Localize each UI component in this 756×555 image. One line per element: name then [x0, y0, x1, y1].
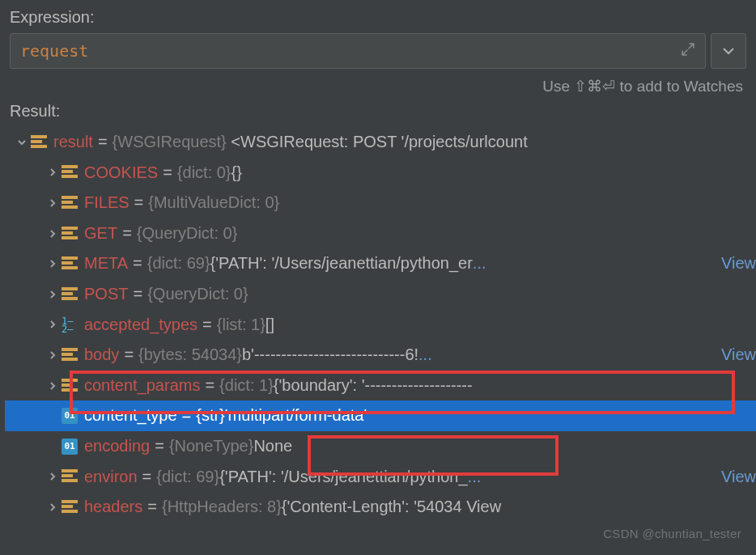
- tree-row[interactable]: headers = {HttpHeaders: 8} {'Content-Len…: [5, 492, 756, 523]
- tree-row[interactable]: body = {bytes: 54034} b'----------------…: [5, 340, 756, 371]
- object-icon: [62, 378, 78, 394]
- tree-row[interactable]: META = {dict: 69} {'PATH': '/Users/jeane…: [5, 248, 756, 279]
- object-icon: [62, 226, 78, 242]
- view-link[interactable]: View: [716, 253, 756, 274]
- var-name: encoding: [84, 436, 150, 457]
- var-type: {QueryDict: 0}: [147, 284, 248, 305]
- var-value: {'Content-Length': '54034 View: [282, 497, 501, 518]
- string-icon: 01: [62, 438, 78, 455]
- chevron-right-icon[interactable]: [44, 290, 62, 299]
- var-value: {'boundary': '--------------------: [274, 375, 473, 396]
- var-value: 'multipart/form-data': [225, 405, 367, 426]
- var-type: {MultiValueDict: 0}: [148, 193, 279, 214]
- object-icon: [62, 499, 78, 515]
- tree-row[interactable]: environ = {dict: 69} {'PATH': '/Users/je…: [5, 462, 756, 493]
- tree-row[interactable]: GET = {QueryDict: 0}: [5, 218, 756, 249]
- var-value: b'----------------------------6!: [242, 345, 418, 366]
- ellipsis: ...: [468, 467, 482, 488]
- var-value: {}: [231, 163, 242, 184]
- chevron-right-icon[interactable]: [44, 472, 62, 481]
- var-type: {dict: 69}: [156, 467, 219, 488]
- list-icon: 1—2—: [62, 316, 78, 333]
- expression-input[interactable]: request: [10, 33, 706, 69]
- view-link[interactable]: View: [716, 467, 756, 488]
- var-type: {dict: 0}: [177, 163, 231, 184]
- var-name: POST: [84, 284, 128, 305]
- tree-row[interactable]: COOKIES = {dict: 0} {}: [5, 158, 756, 189]
- var-name: result: [53, 132, 93, 153]
- tree-row[interactable]: FILES = {MultiValueDict: 0}: [5, 188, 756, 218]
- var-value: <WSGIRequest: POST '/projects/urlcount: [227, 132, 528, 153]
- var-name: headers: [84, 497, 142, 518]
- var-name: COOKIES: [84, 163, 158, 184]
- view-link[interactable]: View: [716, 345, 756, 366]
- chevron-right-icon[interactable]: [44, 229, 62, 239]
- tree-row[interactable]: POST = {QueryDict: 0}: [5, 279, 756, 310]
- var-type: {NoneType}: [169, 436, 254, 457]
- object-icon: [62, 164, 78, 180]
- result-label: Result:: [5, 102, 756, 121]
- ellipsis: ...: [418, 345, 432, 366]
- tree-row[interactable]: 01content_type = {str} 'multipart/form-d…: [5, 400, 756, 431]
- history-dropdown-button[interactable]: [711, 33, 746, 69]
- expression-label: Expression:: [10, 8, 746, 27]
- object-icon: [31, 134, 47, 150]
- var-value: None: [253, 436, 292, 457]
- object-icon: [62, 195, 78, 211]
- watermark: CSDN @chuntian_tester: [603, 527, 741, 540]
- object-icon: [62, 286, 78, 303]
- expression-value: request: [20, 41, 88, 61]
- tree-row[interactable]: 01encoding = {NoneType} None: [5, 431, 756, 462]
- var-name: content_params: [84, 375, 200, 396]
- var-type: {str}: [196, 405, 225, 426]
- object-icon: [62, 256, 78, 272]
- var-type: {HttpHeaders: 8}: [162, 497, 282, 518]
- chevron-right-icon[interactable]: [44, 320, 62, 329]
- string-icon: 01: [62, 408, 78, 424]
- chevron-right-icon[interactable]: [44, 502, 62, 512]
- var-type: {bytes: 54034}: [138, 345, 242, 366]
- expand-icon[interactable]: [681, 42, 695, 60]
- var-value: {'PATH': '/Users/jeanettian/python_er: [210, 253, 473, 274]
- var-type: {QueryDict: 0}: [137, 223, 238, 244]
- var-name: META: [84, 253, 128, 274]
- chevron-right-icon[interactable]: [44, 381, 62, 391]
- chevron-right-icon[interactable]: [44, 198, 62, 208]
- var-name: environ: [84, 467, 138, 488]
- chevron-down-icon[interactable]: [13, 138, 31, 147]
- tree-row-root[interactable]: result = {WSGIRequest} <WSGIRequest: POS…: [5, 127, 756, 158]
- var-type: {dict: 69}: [147, 253, 210, 274]
- object-icon: [62, 468, 78, 485]
- chevron-right-icon[interactable]: [44, 350, 62, 360]
- chevron-right-icon[interactable]: [44, 167, 62, 177]
- tree-row[interactable]: 1—2—accepted_types = {list: 1} []: [5, 310, 756, 341]
- ellipsis: ...: [473, 253, 486, 274]
- var-name: GET: [84, 223, 117, 244]
- var-name: accepted_types: [84, 315, 197, 336]
- object-icon: [62, 347, 78, 363]
- chevron-right-icon[interactable]: [44, 259, 62, 269]
- tree-row[interactable]: content_params = {dict: 1} {'boundary': …: [5, 371, 756, 401]
- var-name: content_type: [84, 405, 177, 426]
- var-type: {WSGIRequest}: [113, 132, 227, 153]
- var-value: []: [265, 315, 274, 336]
- result-tree: result = {WSGIRequest} <WSGIRequest: POS…: [5, 127, 756, 523]
- var-type: {list: 1}: [217, 315, 265, 336]
- var-name: FILES: [84, 193, 130, 214]
- var-value: {'PATH': '/Users/jeanettian/python_: [219, 467, 467, 488]
- var-type: {dict: 1}: [219, 375, 274, 396]
- add-to-watches-hint: Use ⇧⌘⏎ to add to Watches: [10, 77, 743, 95]
- var-name: body: [84, 345, 119, 366]
